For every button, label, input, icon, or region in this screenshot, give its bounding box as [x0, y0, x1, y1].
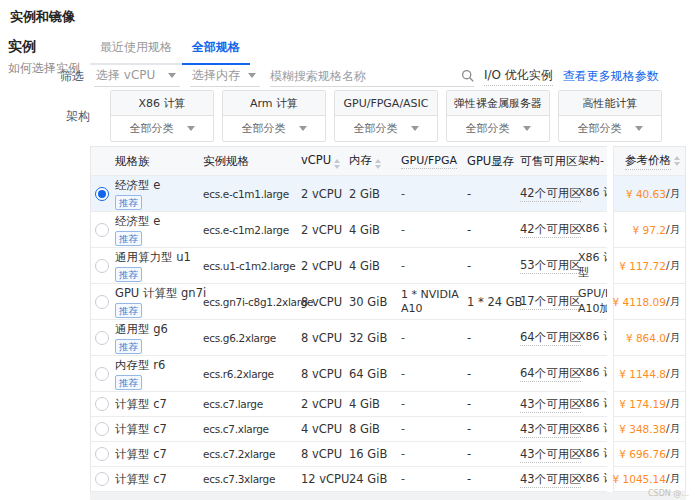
- sort-icon[interactable]: [334, 159, 340, 169]
- price-cell: ¥ 117.72/月: [613, 248, 686, 284]
- gpu-value: -: [399, 331, 465, 345]
- gpu-value: -: [399, 472, 465, 486]
- gpu-memory-value: 1 * 24 GB: [465, 295, 518, 309]
- recommended-badge: 推荐: [115, 303, 142, 318]
- gpu-memory-value: -: [465, 223, 518, 237]
- arch-value: X86 计算: [576, 472, 607, 486]
- chevron-down-icon: [248, 73, 256, 78]
- architecture-subcategory-select[interactable]: 全部分类: [111, 116, 213, 141]
- table-row[interactable]: 通用型 g6 推荐 ecs.g6.2xlarge 8 vCPU 32 GiB -…: [90, 320, 686, 356]
- memory-value: 4 GiB: [347, 223, 399, 237]
- table-row[interactable]: GPU 计算型 gn7i 推荐 ecs.gn7i-c8g1.2xlarge 8 …: [90, 284, 686, 320]
- instance-spec: ecs.e-c1m2.large: [201, 224, 299, 236]
- family-name: GPU 计算型 gn7i: [115, 286, 201, 301]
- tab-recent-specs[interactable]: 最近使用规格: [90, 33, 182, 65]
- vcpu-value: 8 vCPU: [299, 295, 347, 309]
- gpu-memory-value: -: [465, 397, 518, 411]
- architecture-category-tab[interactable]: Arm 计算: [223, 91, 325, 116]
- family-name: 经济型 e: [115, 178, 201, 193]
- gpu-value: -: [399, 397, 465, 411]
- search-icon[interactable]: [461, 69, 474, 82]
- gpu-value: -: [399, 223, 465, 237]
- price-unit: /月: [666, 367, 680, 381]
- vcpu-value: 2 vCPU: [299, 397, 347, 411]
- gpu-value: -: [399, 187, 465, 201]
- table-row[interactable]: 计算型 c7 ecs.c7.large 2 vCPU 4 GiB - - 43个…: [90, 392, 686, 417]
- header-gpu-memory: GPU显存: [465, 154, 518, 169]
- arch-value: X86 计算: [576, 222, 607, 236]
- table-row[interactable]: 经济型 e 推荐 ecs.e-c1m2.large 2 vCPU 4 GiB -…: [90, 212, 686, 248]
- zones-value: 17个可用区: [520, 294, 581, 310]
- row-radio[interactable]: [95, 331, 109, 345]
- architecture-subcategory-select[interactable]: 全部分类: [223, 116, 325, 141]
- row-radio[interactable]: [95, 187, 109, 201]
- vcpu-value: 12 vCPU: [299, 472, 347, 486]
- gpu-memory-value: -: [465, 472, 518, 486]
- chevron-down-icon: [523, 126, 531, 131]
- family-name: 通用算力型 u1: [115, 250, 201, 265]
- sort-icon[interactable]: [375, 159, 381, 169]
- instance-spec: ecs.c7.2xlarge: [201, 448, 299, 460]
- recommended-badge: 推荐: [115, 267, 142, 282]
- header-gpu: GPU/FPGA: [399, 154, 465, 168]
- vcpu-value: 2 vCPU: [299, 223, 347, 237]
- price-cell: ¥ 97.2/月: [613, 212, 686, 248]
- gpu-memory-value: -: [465, 187, 518, 201]
- price-cell: ¥ 864.0/月: [613, 320, 686, 356]
- row-radio[interactable]: [95, 367, 109, 381]
- recommended-badge: 推荐: [115, 195, 142, 210]
- header-spec: 实例规格: [201, 154, 299, 169]
- table-row[interactable]: 通用算力型 u1 推荐 ecs.u1-c1m2.large 2 vCPU 4 G…: [90, 248, 686, 284]
- instance-spec: ecs.u1-c1m2.large: [201, 260, 299, 272]
- row-radio[interactable]: [95, 259, 109, 273]
- instance-spec: ecs.c7.xlarge: [201, 423, 299, 435]
- watermark: CSDN @...: [648, 489, 689, 498]
- row-radio[interactable]: [95, 472, 109, 486]
- price-unit: /月: [666, 447, 680, 461]
- spec-search-input[interactable]: [270, 69, 454, 83]
- io-optimized-label: I/O 优化实例: [484, 67, 553, 86]
- vcpu-select[interactable]: 选择 vCPU: [94, 65, 180, 87]
- table-row[interactable]: 计算型 c7 ecs.c7.xlarge 4 vCPU 8 GiB - - 43…: [90, 417, 686, 442]
- family-name: 内存型 r6: [115, 358, 201, 373]
- instance-spec: ecs.e-c1m1.large: [201, 188, 299, 200]
- table-row[interactable]: 经济型 e 推荐 ecs.e-c1m1.large 2 vCPU 2 GiB -…: [90, 176, 686, 212]
- price-unit: /月: [666, 223, 680, 237]
- architecture-category-tab[interactable]: 弹性裸金属服务器: [447, 91, 549, 116]
- family-name: 计算型 c7: [115, 472, 201, 487]
- row-radio[interactable]: [95, 295, 109, 309]
- table-row[interactable]: 内存型 r6 推荐 ecs.r6.2xlarge 8 vCPU 64 GiB -…: [90, 356, 686, 392]
- tab-all-specs[interactable]: 全部规格: [182, 33, 250, 65]
- arch-value: X86 计算: [576, 366, 607, 380]
- horizontal-scrollbar-track[interactable]: [90, 492, 686, 500]
- more-spec-params-link[interactable]: 查看更多规格参数: [563, 68, 659, 85]
- row-radio[interactable]: [95, 397, 109, 411]
- architecture-category-tab[interactable]: GPU/FPGA/ASIC: [335, 91, 437, 116]
- architecture-subcategory-select[interactable]: 全部分类: [447, 116, 549, 141]
- chevron-down-icon: [168, 73, 176, 78]
- price-cell: ¥ 174.19/月: [613, 392, 686, 417]
- row-radio[interactable]: [95, 447, 109, 461]
- instance-spec: ecs.c7.large: [201, 398, 299, 410]
- subcategory-select-value: 全部分类: [578, 121, 622, 136]
- sort-icon[interactable]: [674, 156, 680, 166]
- memory-select[interactable]: 选择内存: [190, 65, 260, 87]
- zones-value: 42个可用区: [520, 186, 581, 202]
- zones-value: 64个可用区: [520, 366, 581, 382]
- price-unit: /月: [666, 259, 680, 273]
- table-row[interactable]: 计算型 c7 ecs.c7.2xlarge 8 vCPU 16 GiB - - …: [90, 442, 686, 467]
- row-radio[interactable]: [95, 422, 109, 436]
- architecture-category: GPU/FPGA/ASIC 全部分类: [334, 90, 438, 142]
- architecture-category-tab[interactable]: 高性能计算: [559, 91, 661, 116]
- architecture-label: 架构: [66, 108, 90, 125]
- zones-value: 42个可用区: [520, 222, 581, 238]
- architecture-subcategory-select[interactable]: 全部分类: [559, 116, 661, 141]
- spec-search-box[interactable]: [270, 65, 474, 87]
- architecture-category-tab[interactable]: X86 计算: [111, 91, 213, 116]
- architecture-subcategory-select[interactable]: 全部分类: [335, 116, 437, 141]
- row-radio[interactable]: [95, 223, 109, 237]
- gpu-value: -: [399, 259, 465, 273]
- family-name: 计算型 c7: [115, 422, 201, 437]
- price-amount: ¥ 1144.8: [619, 368, 666, 380]
- table-row[interactable]: 计算型 c7 ecs.c7.3xlarge 12 vCPU 24 GiB - -…: [90, 467, 686, 492]
